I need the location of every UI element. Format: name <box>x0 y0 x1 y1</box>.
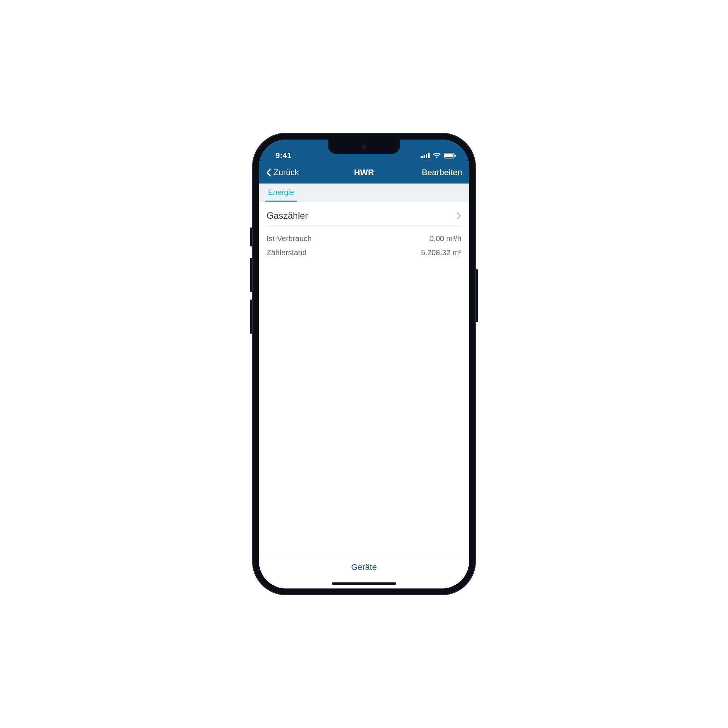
svg-rect-0 <box>421 156 423 158</box>
metric-label: Zählerstand <box>267 248 307 257</box>
section-gas-meter[interactable]: Gaszähler <box>267 210 461 226</box>
page-title: HWR <box>354 168 374 177</box>
chevron-right-icon <box>456 212 461 220</box>
content-area: Gaszähler Ist-Verbrauch 0,00 m³/h Zähler… <box>259 202 469 556</box>
notch <box>328 140 400 154</box>
svg-rect-5 <box>445 154 453 157</box>
metric-value: 0,00 m³/h <box>430 234 461 243</box>
wifi-icon <box>433 152 441 160</box>
phone-side-button <box>476 269 478 322</box>
svg-rect-6 <box>455 155 456 157</box>
phone-side-button <box>250 228 252 246</box>
svg-rect-3 <box>428 153 430 158</box>
chevron-left-icon <box>266 168 272 177</box>
phone-side-button <box>250 258 252 292</box>
svg-rect-2 <box>426 154 427 158</box>
metric-reading: Zählerstand 5.208,32 m³ <box>267 248 461 257</box>
back-button[interactable]: Zurück <box>266 168 299 177</box>
back-label: Zurück <box>273 168 299 177</box>
status-time: 9:41 <box>276 151 292 160</box>
edit-button[interactable]: Bearbeiten <box>422 168 462 177</box>
metric-label: Ist-Verbrauch <box>267 234 312 243</box>
tab-bar: Energie <box>259 184 469 202</box>
nav-bar: Zurück HWR Bearbeiten <box>259 162 469 184</box>
section-title: Gaszähler <box>267 210 308 221</box>
phone-frame: 9:41 <box>252 133 476 595</box>
tab-energy[interactable]: Energie <box>265 184 297 202</box>
status-icons <box>421 152 456 160</box>
devices-button[interactable]: Geräte <box>351 562 377 572</box>
cellular-icon <box>421 153 430 160</box>
metric-value: 5.208,32 m³ <box>421 248 461 257</box>
screen: 9:41 <box>259 140 469 588</box>
metric-consumption: Ist-Verbrauch 0,00 m³/h <box>267 234 461 243</box>
phone-side-button <box>250 300 252 334</box>
home-indicator[interactable] <box>332 582 396 585</box>
svg-rect-1 <box>424 155 425 158</box>
battery-icon <box>444 153 456 160</box>
